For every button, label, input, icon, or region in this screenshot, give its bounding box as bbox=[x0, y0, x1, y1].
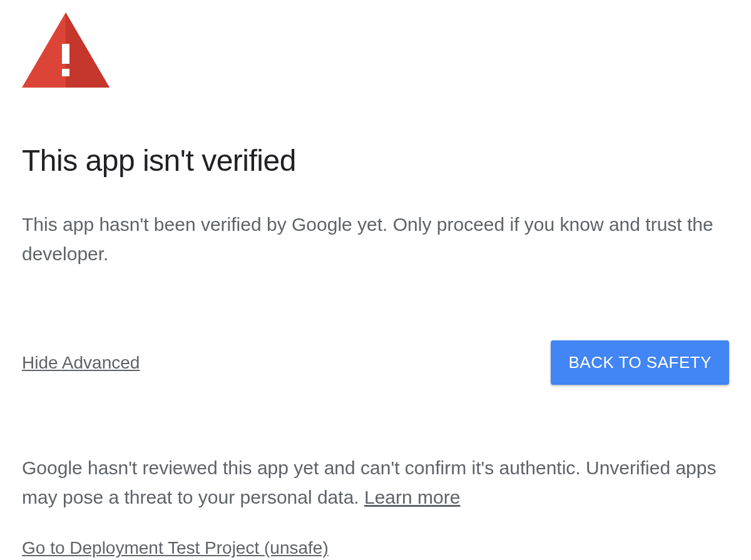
action-row: Hide Advanced BACK TO SAFETY bbox=[22, 340, 729, 385]
warning-icon bbox=[22, 13, 729, 90]
svg-rect-2 bbox=[62, 44, 69, 64]
back-to-safety-button[interactable]: BACK TO SAFETY bbox=[551, 340, 729, 385]
warning-description: This app hasn't been verified by Google … bbox=[22, 210, 729, 268]
learn-more-link[interactable]: Learn more bbox=[364, 487, 460, 507]
svg-marker-1 bbox=[66, 13, 110, 88]
page-title: This app isn't verified bbox=[22, 143, 729, 178]
svg-rect-3 bbox=[62, 69, 69, 76]
advanced-warning-text: Google hasn't reviewed this app yet and … bbox=[22, 454, 729, 512]
toggle-advanced-link[interactable]: Hide Advanced bbox=[22, 353, 140, 373]
proceed-unsafe-link[interactable]: Go to Deployment Test Project (unsafe) bbox=[22, 538, 329, 557]
